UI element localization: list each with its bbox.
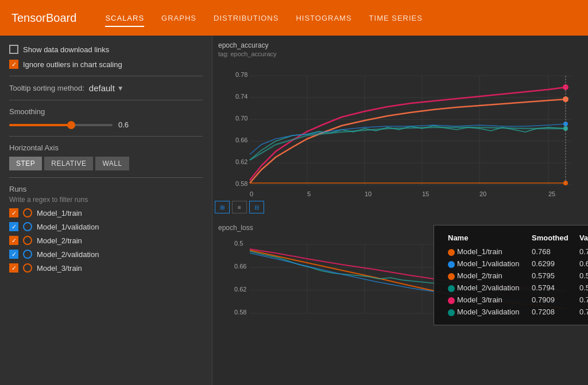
header: TensorBoard SCALARS GRAPHS DISTRIBUTIONS… (0, 0, 588, 36)
axis-btn-step[interactable]: STEP (9, 157, 42, 170)
dropdown-arrow-icon: ▼ (117, 84, 124, 92)
divider-2 (9, 100, 203, 100)
svg-text:0.5: 0.5 (234, 240, 243, 247)
tooltip-sort-value: default (89, 83, 115, 93)
show-download-label: Show data download links (23, 45, 109, 54)
chart1-tag: tag: epoch_accuracy (218, 50, 582, 57)
tooltip-sort-label: Tooltip sorting method: (9, 84, 84, 92)
tooltip-cell-name-5: Model_3/validation (443, 306, 527, 318)
tooltip-cell-smoothed-4: 0.7909 (527, 294, 575, 306)
run-name-1: Model_1/validation (37, 223, 99, 231)
svg-text:15: 15 (422, 190, 429, 197)
tooltip-row-1: Model_1/validation 0.6299 0.6229 29 Sun … (443, 258, 588, 270)
tooltip-cell-smoothed-1: 0.6299 (527, 258, 575, 270)
tooltip-sort-select-wrapper[interactable]: default ▼ (89, 83, 124, 93)
main-layout: Show data download links Ignore outliers… (0, 36, 588, 385)
nav-scalars[interactable]: SCALARS (105, 11, 144, 25)
horizontal-axis-label: Horizontal Axis (9, 143, 203, 152)
divider-1 (9, 76, 203, 76)
tooltip-cell-name-3: Model_2/validation (443, 282, 527, 294)
smoothing-slider-row: 0.6 (9, 120, 203, 129)
tooltip-cell-value-0: 0.7748 (575, 246, 588, 258)
tooltip-cell-value-4: 0.7936 (575, 294, 588, 306)
runs-title: Runs (9, 185, 203, 193)
tooltip-row-3: Model_2/validation 0.5794 0.5794 29 Sun … (443, 282, 588, 294)
tooltip-cell-smoothed-0: 0.768 (527, 246, 575, 258)
svg-text:0.62: 0.62 (234, 286, 246, 293)
svg-text:0: 0 (250, 190, 253, 197)
run-name-2: Model_2/train (37, 236, 82, 245)
tooltip-row-2: Model_2/train 0.5795 0.5795 29 Sun Oct 3… (443, 270, 588, 282)
tooltip-table: Name Smoothed Value Step Time Relative M… (443, 232, 588, 318)
tooltip-row-4: Model_3/train 0.7909 0.7936 29 Sun Oct 3… (443, 294, 588, 306)
ignore-outliers-checkbox[interactable] (9, 60, 18, 69)
run-item-2: ✓ Model_2/train (9, 236, 203, 245)
run-name-3: Model_2/validation (37, 250, 99, 259)
show-download-checkbox[interactable] (9, 45, 18, 54)
tooltip-cell-value-1: 0.6229 (575, 258, 588, 270)
svg-text:0.66: 0.66 (235, 137, 247, 143)
svg-text:5: 5 (307, 190, 311, 197)
run-item-4: ✓ Model_3/train (9, 263, 203, 273)
divider-3 (9, 136, 203, 137)
run-circle-1 (23, 222, 32, 231)
col-header-value: Value (575, 232, 588, 246)
nav-distributions[interactable]: DISTRIBUTIONS (214, 11, 278, 25)
axis-buttons: STEP RELATIVE WALL (9, 157, 203, 170)
tooltip-overlay: Name Smoothed Value Step Time Relative M… (434, 225, 588, 325)
nav-graphs[interactable]: GRAPHS (161, 11, 196, 25)
smoothing-label: Smoothing (9, 107, 203, 116)
show-download-option: Show data download links (9, 45, 203, 54)
nav-time-series[interactable]: TIME SERIES (369, 11, 423, 25)
tooltip-cell-smoothed-3: 0.5794 (527, 282, 575, 294)
run-checkbox-0[interactable]: ✓ (9, 208, 18, 217)
run-name-0: Model_1/train (37, 209, 82, 217)
run-checkbox-4[interactable]: ✓ (9, 263, 18, 273)
tooltip-cell-value-2: 0.5795 (575, 270, 588, 282)
smoothing-value: 0.6 (118, 120, 129, 129)
svg-text:0.70: 0.70 (235, 115, 247, 122)
sidebar: Show data download links Ignore outliers… (0, 36, 212, 385)
run-checkbox-2[interactable]: ✓ (9, 236, 18, 245)
tooltip-cell-value-5: 0.723 (575, 306, 588, 318)
chart1-svg: .grid-line { stroke: #444; stroke-width:… (218, 60, 574, 203)
tooltip-cell-name-2: Model_2/train (443, 270, 527, 282)
tooltip-cell-name-4: Model_3/train (443, 294, 527, 306)
axis-btn-relative[interactable]: RELATIVE (44, 157, 93, 170)
slider-fill (9, 124, 71, 126)
chart1-area: .grid-line { stroke: #444; stroke-width:… (218, 60, 563, 197)
tooltip-cell-smoothed-2: 0.5795 (527, 270, 575, 282)
tooltip-row-5: Model_3/validation 0.7208 0.723 29 Sun O… (443, 306, 588, 318)
smoothing-slider[interactable] (9, 124, 113, 126)
ignore-outliers-label: Ignore outliers in chart scaling (23, 60, 122, 69)
nav-histograms[interactable]: HISTOGRAMS (296, 11, 351, 25)
svg-text:20: 20 (479, 190, 486, 197)
tooltip-cell-smoothed-5: 0.7208 (527, 306, 575, 318)
svg-text:25: 25 (548, 190, 555, 197)
divider-4 (9, 177, 203, 178)
chart1-container: epoch_accuracy tag: epoch_accuracy .grid… (212, 36, 588, 197)
logo: TensorBoard (11, 11, 76, 25)
tooltip-sort-row: Tooltip sorting method: default ▼ (9, 83, 203, 93)
run-name-4: Model_3/train (37, 264, 82, 273)
svg-text:0.78: 0.78 (235, 71, 247, 78)
run-circle-4 (23, 263, 32, 273)
run-item-1: ✓ Model_1/validation (9, 222, 203, 231)
col-header-smoothed: Smoothed (527, 232, 575, 246)
svg-text:10: 10 (365, 190, 372, 197)
run-circle-3 (23, 250, 32, 259)
svg-text:0.62: 0.62 (235, 158, 247, 165)
svg-text:0.58: 0.58 (234, 309, 246, 316)
chart1-title: epoch_accuracy (218, 41, 582, 49)
svg-text:0.58: 0.58 (235, 180, 247, 187)
run-checkbox-1[interactable]: ✓ (9, 222, 18, 231)
run-checkbox-3[interactable]: ✓ (9, 250, 18, 259)
tooltip-cell-name-1: Model_1/validation (443, 258, 527, 270)
axis-btn-wall[interactable]: WALL (95, 157, 129, 170)
run-circle-0 (23, 208, 32, 217)
slider-thumb (67, 121, 75, 129)
runs-filter-label: Write a regex to filter runs (9, 196, 203, 204)
tooltip-row-0: Model_1/train 0.768 0.7748 29 Sun Oct 30… (443, 246, 588, 258)
svg-text:0.66: 0.66 (234, 263, 246, 270)
svg-text:0.74: 0.74 (235, 93, 247, 100)
